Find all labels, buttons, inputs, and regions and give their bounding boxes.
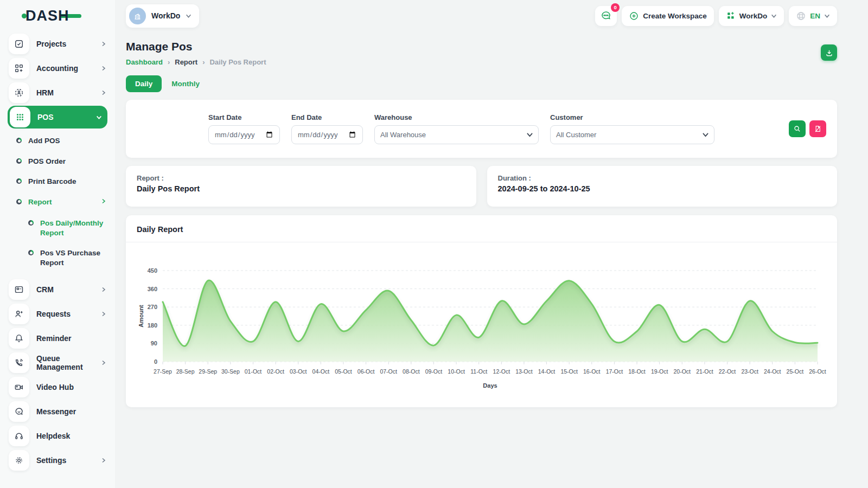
sidebar-item-add-pos[interactable]: Add POS xyxy=(16,131,106,151)
search-icon xyxy=(793,125,801,133)
svg-text:27-Sep: 27-Sep xyxy=(154,368,172,375)
svg-text:Days: Days xyxy=(483,382,497,389)
sidebar-item-pos[interactable]: POS xyxy=(8,106,107,129)
svg-text:30-Sep: 30-Sep xyxy=(221,368,240,375)
gear-icon xyxy=(9,450,29,471)
svg-text:450: 450 xyxy=(148,267,157,274)
sidebar-item-reminder[interactable]: Reminder xyxy=(9,326,106,350)
topbar: WorkDo 0 Create Workspace WorkDo EN xyxy=(126,0,837,31)
svg-text:05-Oct: 05-Oct xyxy=(335,368,352,375)
file-slash-icon xyxy=(814,125,822,133)
breadcrumb: Dashboard › Report › Daily Pos Report xyxy=(126,58,266,66)
messages-button[interactable]: 0 xyxy=(595,6,617,26)
pos-submenu: Add POS POS Order Print Barcode Report xyxy=(9,130,106,277)
main-content: WorkDo 0 Create Workspace WorkDo EN xyxy=(115,0,868,407)
svg-text:90: 90 xyxy=(151,340,157,346)
chevron-right-icon xyxy=(101,66,106,71)
page-title: Manage Pos xyxy=(126,40,266,53)
warehouse-select[interactable]: All Warehouse xyxy=(374,125,539,144)
sidebar-item-queue-management[interactable]: Queue Management xyxy=(9,350,106,375)
card-message-icon xyxy=(9,279,29,300)
breadcrumb-report[interactable]: Report xyxy=(175,58,197,66)
svg-text:04-Oct: 04-Oct xyxy=(312,368,330,375)
grid-plus-icon xyxy=(9,58,29,79)
sidebar-item-report[interactable]: Report xyxy=(16,192,106,213)
video-camera-icon xyxy=(9,377,29,397)
sidebar-item-projects[interactable]: Projects xyxy=(9,31,106,56)
create-workspace-button[interactable]: Create Workspace xyxy=(622,6,714,26)
warehouse-field: Warehouse All Warehouse xyxy=(374,113,539,144)
grid-plus-icon xyxy=(726,11,736,21)
workspace-switcher[interactable]: WorkDo xyxy=(126,4,199,28)
sidebar-item-settings[interactable]: Settings xyxy=(9,448,106,472)
chevron-right-icon xyxy=(101,41,106,47)
svg-text:22-Oct: 22-Oct xyxy=(719,368,736,375)
start-date-input[interactable] xyxy=(208,125,280,144)
chevron-right-icon xyxy=(101,458,106,463)
svg-text:23-Oct: 23-Oct xyxy=(741,368,758,375)
sidebar-item-requests[interactable]: Requests xyxy=(9,301,106,326)
chevron-right-icon: › xyxy=(168,58,170,66)
customer-select[interactable]: All Customer xyxy=(550,125,714,144)
app-logo[interactable]: DASH xyxy=(9,0,106,31)
svg-text:21-Oct: 21-Oct xyxy=(696,368,713,375)
language-selector[interactable]: EN xyxy=(789,6,837,26)
sidebar-item-messenger[interactable]: Messenger xyxy=(9,399,106,423)
svg-text:18-Oct: 18-Oct xyxy=(628,368,646,375)
chevron-right-icon xyxy=(101,90,106,95)
chevron-down-icon xyxy=(186,13,192,19)
sidebar-item-accounting[interactable]: Accounting xyxy=(9,56,106,80)
svg-text:07-Oct: 07-Oct xyxy=(380,368,397,375)
donut-bullet-icon xyxy=(16,158,22,164)
report-submenu: Pos Daily/Monthly Report Pos VS Purchase… xyxy=(16,212,106,275)
donut-bullet-icon xyxy=(28,220,34,226)
donut-bullet-icon xyxy=(16,199,22,204)
report-type-value: Daily Pos Report xyxy=(137,184,465,193)
reset-filter-button[interactable] xyxy=(809,120,826,137)
check-square-icon xyxy=(9,34,29,54)
sidebar-item-helpdesk[interactable]: Helpdesk xyxy=(9,423,106,448)
chevron-down-icon xyxy=(96,114,102,120)
sidebar-item-pos-daily-monthly-report[interactable]: Pos Daily/Monthly Report xyxy=(28,213,106,243)
chevron-right-icon: › xyxy=(202,58,205,66)
tab-daily[interactable]: Daily xyxy=(126,75,162,92)
svg-text:0: 0 xyxy=(154,358,157,365)
svg-text:26-Oct: 26-Oct xyxy=(809,368,826,375)
sidebar-item-hrm[interactable]: HRM xyxy=(9,80,106,105)
end-date-input[interactable] xyxy=(291,125,363,144)
filter-card: Start Date End Date Warehouse All Wareho… xyxy=(126,100,837,158)
donut-bullet-icon xyxy=(28,250,34,255)
chat-icon xyxy=(601,10,611,21)
donut-bullet-icon xyxy=(16,178,22,184)
sidebar-item-video-hub[interactable]: Video Hub xyxy=(9,375,106,399)
report-period-tabs: Daily Monthly xyxy=(126,75,837,92)
sidebar-item-print-barcode[interactable]: Print Barcode xyxy=(16,171,106,192)
svg-text:15-Oct: 15-Oct xyxy=(560,368,578,375)
svg-text:25-Oct: 25-Oct xyxy=(787,368,804,375)
svg-text:12-Oct: 12-Oct xyxy=(493,368,510,375)
headset-icon xyxy=(9,426,29,446)
duration-card: Duration : 2024-09-25 to 2024-10-25 xyxy=(487,166,838,207)
sidebar-item-crm[interactable]: CRM xyxy=(9,277,106,301)
chevron-down-icon xyxy=(824,13,830,19)
svg-text:270: 270 xyxy=(148,304,157,310)
logo-text: DASH xyxy=(25,7,69,24)
duration-value: 2024-09-25 to 2024-10-25 xyxy=(498,184,827,193)
svg-text:10-Oct: 10-Oct xyxy=(448,368,465,375)
svg-text:08-Oct: 08-Oct xyxy=(403,368,420,375)
chevron-right-icon xyxy=(101,311,106,317)
apply-filter-button[interactable] xyxy=(789,120,806,137)
sidebar-item-pos-vs-purchase-report[interactable]: Pos VS Purchase Report xyxy=(28,243,106,273)
workdo-menu-button[interactable]: WorkDo xyxy=(719,6,784,26)
svg-text:20-Oct: 20-Oct xyxy=(674,368,691,375)
svg-text:Amount: Amount xyxy=(138,305,144,328)
user-plus-icon xyxy=(9,304,29,324)
breadcrumb-current: Daily Pos Report xyxy=(209,58,266,66)
download-button[interactable] xyxy=(821,44,837,61)
start-date-field: Start Date xyxy=(208,113,280,144)
sidebar-item-pos-order[interactable]: POS Order xyxy=(16,151,106,172)
tab-monthly[interactable]: Monthly xyxy=(171,80,200,88)
svg-text:06-Oct: 06-Oct xyxy=(358,368,375,375)
workspace-avatar xyxy=(129,8,146,24)
breadcrumb-dashboard[interactable]: Dashboard xyxy=(126,58,163,66)
